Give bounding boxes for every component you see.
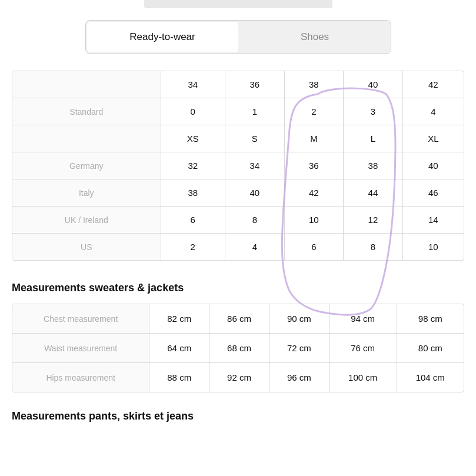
measurements-sweaters-wrapper: Chest measurement82 cm86 cm90 cm94 cm98 … [12, 304, 464, 392]
size-table-row: Germany3234363840 [12, 152, 464, 179]
measurements-cell: 88 cm [149, 363, 209, 392]
size-cell: 46 [402, 179, 464, 207]
page-container: Ready-to-wear Shoes 3436384042Standard01… [0, 0, 476, 446]
size-cell: 40 [344, 71, 403, 98]
measurements-cell: 68 cm [209, 334, 269, 363]
size-row-label: UK / Ireland [12, 207, 161, 234]
size-table-row: Italy3840424446 [12, 179, 464, 207]
measurements-pants-title: Measurements pants, skirts et jeans [12, 410, 464, 422]
size-cell: 38 [161, 179, 225, 207]
measurements-cell: 94 cm [329, 304, 397, 334]
measurements-cell: 82 cm [149, 304, 209, 334]
size-cell: 1 [225, 98, 285, 125]
size-cell: 34 [225, 152, 285, 179]
size-cell: 42 [284, 179, 344, 207]
size-row-label [12, 125, 161, 152]
size-table: 3436384042Standard01234XSSMLXLGermany323… [12, 71, 464, 260]
size-cell: 3 [344, 98, 403, 125]
size-row-label: Germany [12, 152, 161, 179]
measurements-cell: 90 cm [269, 304, 329, 334]
size-cell: 14 [402, 207, 464, 234]
measurements-row-label: Waist measurement [12, 334, 149, 363]
measurements-cell: 96 cm [269, 363, 329, 392]
size-cell: 2 [161, 234, 225, 261]
size-cell: 8 [344, 234, 403, 261]
size-row-label [12, 71, 161, 98]
size-cell: 8 [225, 207, 285, 234]
size-table-row: 3436384042 [12, 71, 464, 98]
size-cell: 40 [402, 152, 464, 179]
measurements-cell: 72 cm [269, 334, 329, 363]
size-cell: XL [402, 125, 464, 152]
size-cell: L [344, 125, 403, 152]
measurements-row: Chest measurement82 cm86 cm90 cm94 cm98 … [12, 304, 464, 334]
measurements-cell: 76 cm [329, 334, 397, 363]
size-cell: 0 [161, 98, 225, 125]
size-cell: 4 [225, 234, 285, 261]
size-row-label: Italy [12, 179, 161, 207]
size-cell: 6 [161, 207, 225, 234]
size-table-row: UK / Ireland68101214 [12, 207, 464, 234]
size-table-row: XSSMLXL [12, 125, 464, 152]
size-cell: 32 [161, 152, 225, 179]
size-cell: 12 [344, 207, 403, 234]
size-table-row: Standard01234 [12, 98, 464, 125]
size-cell: 40 [225, 179, 285, 207]
measurements-cell: 98 cm [397, 304, 464, 334]
size-cell: S [225, 125, 285, 152]
size-row-label: Standard [12, 98, 161, 125]
size-cell: 44 [344, 179, 403, 207]
tab-ready-to-wear[interactable]: Ready-to-wear [87, 22, 238, 52]
size-cell: 36 [225, 71, 285, 98]
measurements-row-label: Chest measurement [12, 304, 149, 334]
size-cell: 38 [344, 152, 403, 179]
measurements-row: Hips measurement88 cm92 cm96 cm100 cm104… [12, 363, 464, 392]
measurements-sweaters-title: Measurements sweaters & jackets [12, 282, 464, 294]
tab-switcher: Ready-to-wear Shoes [85, 20, 391, 54]
measurements-sweaters-table: Chest measurement82 cm86 cm90 cm94 cm98 … [12, 304, 464, 392]
size-cell: 10 [284, 207, 344, 234]
measurements-cell: 104 cm [397, 363, 464, 392]
size-table-wrapper: 3436384042Standard01234XSSMLXLGermany323… [12, 71, 464, 261]
size-cell: 36 [284, 152, 344, 179]
measurements-row-label: Hips measurement [12, 363, 149, 392]
measurements-cell: 100 cm [329, 363, 397, 392]
top-bar [144, 0, 332, 8]
measurements-row: Waist measurement64 cm68 cm72 cm76 cm80 … [12, 334, 464, 363]
size-cell: 6 [284, 234, 344, 261]
measurements-cell: 64 cm [149, 334, 209, 363]
size-cell: XS [161, 125, 225, 152]
size-row-label: US [12, 234, 161, 261]
measurements-cell: 80 cm [397, 334, 464, 363]
size-cell: 34 [161, 71, 225, 98]
size-cell: 10 [402, 234, 464, 261]
size-cell: M [284, 125, 344, 152]
size-table-row: US246810 [12, 234, 464, 261]
measurements-cell: 92 cm [209, 363, 269, 392]
size-cell: 38 [284, 71, 344, 98]
measurements-cell: 86 cm [209, 304, 269, 334]
size-cell: 2 [284, 98, 344, 125]
tab-shoes[interactable]: Shoes [239, 21, 391, 54]
size-cell: 4 [402, 98, 464, 125]
size-cell: 42 [402, 71, 464, 98]
